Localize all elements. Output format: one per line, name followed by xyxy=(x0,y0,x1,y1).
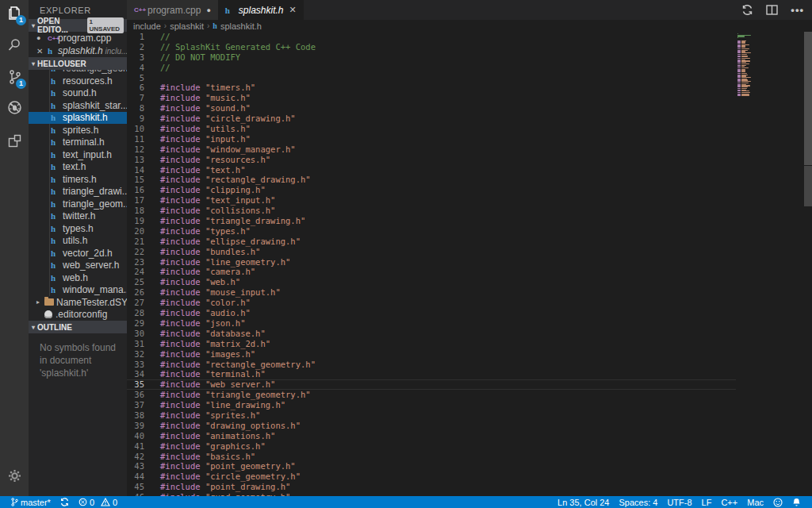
encoding[interactable]: UTF-8 xyxy=(662,496,696,508)
code-line[interactable]: 25#include "web.h" xyxy=(127,277,812,287)
open-editor-item[interactable]: ●C++program.cpp xyxy=(29,32,127,44)
breadcrumb[interactable]: include › splashkit › h splashkit.h xyxy=(127,20,812,32)
code-line[interactable]: 31#include "matrix_2d.h" xyxy=(127,339,812,349)
code-line[interactable]: 45#include "point_drawing.h" xyxy=(127,482,812,492)
close-icon[interactable]: ✕ xyxy=(289,5,297,15)
code-line[interactable]: 29#include "json.h" xyxy=(127,318,812,329)
git-branch-status[interactable]: master* xyxy=(6,496,56,508)
breadcrumb-item[interactable]: splashkit xyxy=(170,21,204,31)
debug-icon[interactable] xyxy=(0,94,29,121)
notifications-bell-icon[interactable] xyxy=(787,496,806,508)
extensions-icon[interactable] xyxy=(0,127,29,154)
breadcrumb-item[interactable]: splashkit.h xyxy=(220,21,262,31)
tree-item[interactable]: hweb_server.h xyxy=(29,260,127,272)
code-line[interactable]: 19#include "triangle_drawing.h" xyxy=(127,216,812,226)
code-line[interactable]: 22#include "bundles.h" xyxy=(127,247,812,257)
explorer-icon[interactable]: 1 xyxy=(0,0,29,27)
code-line[interactable]: 30#include "database.h" xyxy=(127,329,812,339)
breadcrumb-item[interactable]: include xyxy=(133,21,161,31)
outline-header[interactable]: ▾ OUTLINE xyxy=(29,321,127,333)
code-line[interactable]: 18#include "collisions.h" xyxy=(127,206,812,216)
code-editor[interactable]: 1//2// SplashKit Generated C++ Code3// D… xyxy=(127,32,812,496)
modified-dot-icon[interactable]: ● xyxy=(206,6,210,14)
tree-item[interactable]: hsound.h xyxy=(29,87,127,100)
code-line[interactable]: 35#include "web_server.h" xyxy=(127,379,812,390)
code-line[interactable]: 3// DO NOT MODIFY xyxy=(127,52,812,63)
code-line[interactable]: 7#include "music.h" xyxy=(127,93,812,103)
tab-program-cpp[interactable]: C++ program.cpp ● xyxy=(127,0,218,20)
workspace-folder-header[interactable]: ▾ HELLOUSER xyxy=(29,57,127,70)
os-indicator[interactable]: Mac xyxy=(742,496,768,508)
code-line[interactable]: 6#include "timers.h" xyxy=(127,83,812,93)
source-control-icon[interactable]: 1 xyxy=(0,64,29,90)
code-line[interactable]: 1// xyxy=(127,32,812,42)
code-line[interactable]: 36#include "triangle_geometry.h" xyxy=(127,390,812,400)
open-editor-item[interactable]: ✕hsplashkit.h inclu... xyxy=(29,44,127,57)
code-line[interactable]: 9#include "circle_drawing.h" xyxy=(127,114,812,124)
open-changes-icon[interactable] xyxy=(741,4,753,16)
tree-item[interactable]: hsplashkit.h xyxy=(29,112,127,125)
code-line[interactable]: 24#include "camera.h" xyxy=(127,267,812,277)
tree-item[interactable]: hwindow_mana... xyxy=(29,284,127,297)
tree-item[interactable]: htimers.h xyxy=(29,173,127,186)
tree-item[interactable]: hvector_2d.h xyxy=(29,247,127,260)
split-editor-icon[interactable] xyxy=(766,5,778,15)
code-line[interactable]: 46#include "quad_geometry.h" xyxy=(127,492,812,496)
code-line[interactable]: 15#include "rectangle_drawing.h" xyxy=(127,175,812,185)
tree-item[interactable]: ▸NameTester.dSYM xyxy=(29,296,127,309)
eol-sequence[interactable]: LF xyxy=(697,496,717,508)
search-icon[interactable] xyxy=(0,32,29,59)
code-line[interactable]: 33#include "rectangle_geometry.h" xyxy=(127,360,812,370)
sync-status[interactable] xyxy=(56,496,74,508)
code-line[interactable]: 5 xyxy=(127,73,812,83)
code-line[interactable]: 8#include "sound.h" xyxy=(127,103,812,114)
tree-item[interactable]: .editorconfig xyxy=(29,309,127,321)
code-line[interactable]: 37#include "line_drawing.h" xyxy=(127,400,812,410)
code-line[interactable]: 26#include "mouse_input.h" xyxy=(127,287,812,298)
language-mode[interactable]: C++ xyxy=(716,496,742,508)
code-line[interactable]: 27#include "color.h" xyxy=(127,298,812,308)
code-line[interactable]: 10#include "utils.h" xyxy=(127,124,812,134)
code-line[interactable]: 4// xyxy=(127,63,812,73)
tree-item[interactable]: htext.h xyxy=(29,161,127,174)
settings-gear-icon[interactable] xyxy=(0,466,29,485)
code-line[interactable]: 34#include "terminal.h" xyxy=(127,369,812,379)
code-line[interactable]: 40#include "animations.h" xyxy=(127,431,812,441)
tree-item[interactable]: hsprites.h xyxy=(29,124,127,137)
indentation[interactable]: Spaces: 4 xyxy=(614,496,662,508)
cursor-position[interactable]: Ln 35, Col 24 xyxy=(553,496,614,508)
code-line[interactable]: 44#include "circle_geometry.h" xyxy=(127,471,812,482)
code-line[interactable]: 38#include "sprites.h" xyxy=(127,410,812,421)
tree-item[interactable]: htypes.h xyxy=(29,222,127,235)
tree-item[interactable]: hterminal.h xyxy=(29,137,127,149)
code-line[interactable]: 16#include "clipping.h" xyxy=(127,185,812,195)
tab-splashkit-h[interactable]: h splashkit.h ✕ xyxy=(218,0,304,20)
code-line[interactable]: 2// SplashKit Generated C++ Code xyxy=(127,42,812,52)
open-editors-header[interactable]: ▾ OPEN EDITO... 1 UNSAVED xyxy=(29,19,127,32)
code-line[interactable]: 17#include "text_input.h" xyxy=(127,195,812,206)
code-line[interactable]: 23#include "line_geometry.h" xyxy=(127,257,812,267)
code-line[interactable]: 12#include "window_manager.h" xyxy=(127,144,812,155)
tree-item[interactable]: htwitter.h xyxy=(29,210,127,223)
code-line[interactable]: 20#include "types.h" xyxy=(127,226,812,237)
tree-item[interactable]: htriangle_geom... xyxy=(29,198,127,210)
code-line[interactable]: 32#include "images.h" xyxy=(127,349,812,360)
code-line[interactable]: 14#include "text.h" xyxy=(127,165,812,175)
code-line[interactable]: 43#include "point_geometry.h" xyxy=(127,461,812,471)
tree-item[interactable]: hsplashkit_star... xyxy=(29,99,127,112)
tree-item[interactable]: hresources.h xyxy=(29,75,127,87)
code-line[interactable]: 21#include "ellipse_drawing.h" xyxy=(127,237,812,247)
code-line[interactable]: 41#include "graphics.h" xyxy=(127,441,812,452)
code-line[interactable]: 11#include "input.h" xyxy=(127,134,812,144)
tree-item[interactable]: hweb.h xyxy=(29,271,127,284)
code-line[interactable]: 28#include "audio.h" xyxy=(127,308,812,318)
tree-item[interactable]: hutils.h xyxy=(29,235,127,248)
tree-item[interactable]: htriangle_drawi... xyxy=(29,186,127,198)
code-line[interactable]: 42#include "basics.h" xyxy=(127,452,812,462)
tree-item[interactable]: htext_input.h xyxy=(29,148,127,161)
code-line[interactable]: 39#include "drawing_options.h" xyxy=(127,421,812,431)
problems-status[interactable]: 0 0 xyxy=(74,496,122,508)
feedback-smiley-icon[interactable] xyxy=(768,496,787,508)
code-line[interactable]: 13#include "resources.h" xyxy=(127,155,812,165)
more-actions-icon[interactable]: ••• xyxy=(791,4,804,16)
